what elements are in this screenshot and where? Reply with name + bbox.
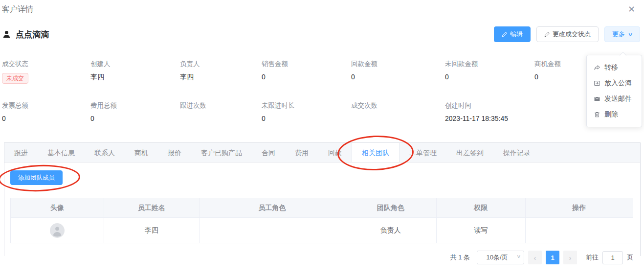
cell-employee-role [199, 218, 345, 243]
tab-quotation[interactable]: 报价 [158, 143, 191, 162]
tab-payment[interactable]: 回款 [318, 143, 352, 162]
tab-business-trip-checkin[interactable]: 出差签到 [446, 143, 493, 162]
send-mail-icon [594, 95, 600, 102]
pen-icon [502, 31, 508, 37]
customer-name: 点点滴滴 [16, 29, 49, 40]
move-to-pool-icon [594, 80, 600, 87]
next-page-button[interactable]: › [563, 251, 577, 264]
team-table: 头像 员工姓名 员工角色 团队角色 权限 操作 李四 [10, 198, 633, 243]
action-buttons: 编辑 更改成交状态 更多 ∨ [494, 26, 640, 42]
edit-button[interactable]: 编辑 [494, 26, 531, 42]
field-create-time: 创建时间 2023-11-17 18:35:45 [445, 101, 534, 123]
chevron-down-icon: ∨ [627, 31, 633, 38]
field-unpaid-amount: 未回款金额 0 [445, 60, 534, 84]
tab-bar: 跟进 基本信息 联系人 商机 报价 客户已购产品 合同 费用 回款 相关团队 工… [4, 143, 640, 163]
goto-suffix: 页 [627, 253, 633, 262]
customer-name-row: 点点滴滴 [2, 29, 49, 40]
close-icon[interactable]: ✕ [626, 4, 637, 14]
prev-page-button[interactable]: ‹ [528, 251, 542, 264]
field-expense-total: 费用总额 0 [90, 101, 180, 123]
goto-page-input[interactable] [602, 251, 623, 264]
person-icon [2, 30, 11, 39]
tab-opportunity[interactable]: 商机 [125, 143, 158, 162]
avatar [50, 223, 65, 238]
menu-item-transfer[interactable]: 转移 [587, 60, 642, 75]
tab-basic-info[interactable]: 基本信息 [38, 143, 85, 162]
col-header-avatar: 头像 [11, 198, 104, 218]
table-header-row: 头像 员工姓名 员工角色 团队角色 权限 操作 [11, 198, 633, 218]
related-team-panel: 添加团队成员 头像 员工姓名 员工角色 团队角色 权限 操作 [4, 163, 640, 264]
goto-label: 前往 [586, 253, 599, 262]
col-header-permission: 权限 [436, 198, 525, 218]
tab-contract[interactable]: 合同 [252, 143, 285, 162]
field-followup-count: 跟进次数 [180, 101, 262, 123]
col-header-team-role: 团队角色 [345, 198, 436, 218]
field-owner: 负责人 李四 [180, 60, 262, 84]
add-team-member-button[interactable]: 添加团队成员 [10, 170, 63, 185]
table-row: 李四 负责人 读写 [11, 218, 633, 243]
field-deal-status: 成交状态 未成交 [2, 60, 90, 84]
more-dropdown-menu: 转移 放入公海 发送邮件 删除 [586, 55, 642, 127]
tab-work-order[interactable]: 工单管理 [400, 143, 446, 162]
chevron-left-icon: ‹ [534, 254, 536, 262]
tab-follow-up[interactable]: 跟进 [4, 143, 38, 162]
tab-contacts[interactable]: 联系人 [85, 143, 125, 162]
cell-permission: 读写 [436, 218, 525, 243]
pagination: 共 1 条 10条/页 ∨ ‹ 1 › 前往 页 [10, 251, 633, 264]
page-title: 客户详情 [2, 4, 33, 15]
menu-item-send-mail[interactable]: 发送邮件 [587, 91, 642, 107]
more-button[interactable]: 更多 ∨ [604, 26, 640, 42]
cell-operation [525, 218, 633, 243]
chevron-right-icon: › [569, 254, 572, 262]
pagination-total: 共 1 条 [450, 253, 470, 262]
menu-item-move-to-pool[interactable]: 放入公海 [587, 75, 642, 91]
col-header-employee-role: 员工角色 [199, 198, 345, 218]
field-deal-count: 成交次数 [351, 101, 445, 123]
tab-operation-log[interactable]: 操作记录 [493, 143, 540, 162]
cell-employee-name: 李四 [104, 218, 199, 243]
pen-icon [544, 31, 550, 37]
tab-expense[interactable]: 费用 [285, 143, 318, 162]
page-size-select[interactable]: 10条/页 ∨ [477, 251, 524, 264]
field-payment-amount: 回款金额 0 [351, 60, 445, 84]
field-sales-amount: 销售金额 0 [262, 60, 351, 84]
cell-team-role: 负责人 [345, 218, 436, 243]
page-number-1[interactable]: 1 [546, 251, 559, 264]
delete-icon [594, 111, 600, 118]
tab-purchased-products[interactable]: 客户已购产品 [191, 143, 252, 162]
detail-tabs-card: 跟进 基本信息 联系人 商机 报价 客户已购产品 合同 费用 回款 相关团队 工… [4, 142, 641, 256]
tab-related-team[interactable]: 相关团队 [352, 143, 400, 162]
col-header-employee-name: 员工姓名 [104, 198, 199, 218]
field-invoice-total: 发票总额 0 [2, 101, 90, 123]
customer-summary: 点点滴滴 编辑 更改成交状态 更多 ∨ [0, 15, 644, 42]
cell-avatar [11, 218, 104, 243]
field-unfollowed-duration: 未跟进时长 0 [262, 101, 351, 123]
change-deal-status-button[interactable]: 更改成交状态 [536, 26, 599, 42]
customer-fields: 成交状态 未成交 创建人 李四 负责人 李四 销售金额 0 回款金额 0 未回款… [0, 42, 644, 123]
transfer-icon [594, 64, 600, 71]
drawer-header: 客户详情 ✕ [0, 0, 644, 15]
chevron-down-icon: ∨ [516, 254, 521, 259]
status-badge: 未成交 [2, 73, 28, 84]
menu-item-delete[interactable]: 删除 [587, 107, 642, 122]
col-header-operation: 操作 [525, 198, 633, 218]
field-creator: 创建人 李四 [90, 60, 180, 84]
